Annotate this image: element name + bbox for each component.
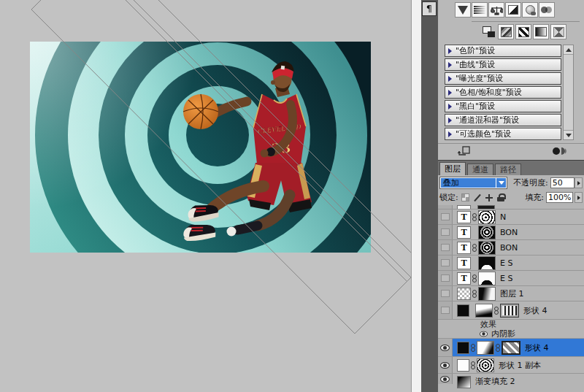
layer-name[interactable]: 渐变填充 2 — [475, 376, 515, 387]
preset-scrollbar[interactable] — [563, 45, 574, 140]
lock-position-icon[interactable] — [485, 193, 493, 202]
opacity-field[interactable]: 50 — [550, 177, 575, 188]
text-layer-thumbnail[interactable]: T — [457, 211, 471, 223]
posterize-icon[interactable] — [498, 24, 514, 39]
expand-triangle-icon[interactable] — [448, 118, 452, 123]
layer-row-text-es-1[interactable]: T E S — [438, 255, 584, 271]
color-balance-icon[interactable] — [488, 2, 504, 18]
layer-mask-thumbnail[interactable] — [478, 256, 496, 270]
inner-shadow-effect-row[interactable]: 内阴影 — [438, 329, 584, 339]
layer-row-text-bon-2[interactable]: T BON — [438, 240, 584, 255]
layer-row-layer-1[interactable]: 图层 1 — [438, 286, 584, 301]
lock-transparency-icon[interactable] — [461, 193, 469, 201]
layer-mask-thumbnail[interactable] — [477, 341, 494, 355]
scroll-down-button[interactable] — [564, 130, 573, 139]
visibility-checkbox-empty[interactable] — [441, 290, 450, 297]
text-layer-thumbnail[interactable]: T — [457, 272, 471, 285]
visibility-cell[interactable] — [438, 225, 453, 239]
layer-name[interactable]: N — [500, 212, 506, 222]
levels-icon[interactable] — [472, 2, 488, 18]
preset-exposure[interactable]: "曝光度"预设 — [445, 72, 561, 85]
vector-mask-thumbnail-selected[interactable] — [502, 341, 520, 355]
layer-mask-thumbnail[interactable] — [478, 272, 496, 285]
visibility-eye-icon[interactable] — [440, 362, 450, 369]
scroll-up-button[interactable] — [564, 45, 573, 55]
visibility-cell[interactable] — [438, 357, 453, 373]
layer-name[interactable]: BON — [500, 243, 518, 253]
blend-mode-dropdown-button[interactable] — [496, 178, 506, 188]
opacity-spinner-button[interactable] — [575, 177, 583, 188]
layer-row-shape-1-copy[interactable]: 形状 1 副本 — [438, 357, 584, 374]
layer-mask-thumbnail[interactable] — [475, 304, 493, 318]
visibility-checkbox-empty[interactable] — [441, 244, 450, 251]
layer-row-shape-4-hidden[interactable]: 形状 4 — [438, 301, 584, 320]
blend-mode-select[interactable]: 叠加 — [439, 177, 507, 189]
channel-mixer-icon[interactable] — [539, 2, 555, 18]
layer-name[interactable]: E S — [500, 258, 512, 268]
lock-pixels-icon[interactable] — [473, 193, 481, 202]
layer-row-text-n[interactable]: T N — [438, 210, 584, 225]
visibility-cell[interactable] — [438, 339, 453, 356]
switch-panel-view-button[interactable] — [552, 146, 568, 158]
visibility-checkbox-empty[interactable] — [441, 274, 450, 282]
visibility-checkbox-empty[interactable] — [441, 307, 450, 314]
expand-triangle-icon[interactable] — [448, 62, 452, 68]
tab-layers[interactable]: 图层 — [439, 162, 466, 175]
visibility-checkbox-empty[interactable] — [441, 213, 450, 220]
layer-thumbnail[interactable] — [457, 304, 469, 317]
layer-row-text-bon-1[interactable]: T BON — [438, 225, 584, 240]
layer-name[interactable]: 形状 1 副本 — [499, 360, 541, 371]
visibility-checkbox-empty[interactable] — [441, 259, 450, 266]
return-to-adjustment-list-button[interactable] — [457, 146, 471, 158]
expand-triangle-icon[interactable] — [448, 90, 452, 96]
text-layer-thumbnail[interactable]: T — [457, 226, 471, 239]
layer-row-gradient-fill-2[interactable]: 渐变填充 2 — [438, 374, 584, 384]
layer-thumbnail[interactable] — [457, 288, 471, 300]
tab-paths[interactable]: 路径 — [495, 164, 521, 175]
visibility-checkbox-empty[interactable] — [441, 228, 450, 236]
vibrance-icon[interactable] — [455, 2, 471, 18]
tab-channels[interactable]: 通道 — [467, 164, 493, 175]
expand-triangle-icon[interactable] — [448, 131, 452, 137]
expand-triangle-icon[interactable] — [448, 48, 452, 54]
expand-triangle-icon[interactable] — [448, 76, 452, 82]
threshold-icon[interactable] — [515, 24, 531, 39]
preset-curves[interactable]: "曲线"预设 — [445, 58, 561, 71]
layer-row-text-es-2[interactable]: T E S — [438, 271, 584, 286]
layer-name[interactable]: 图层 1 — [500, 288, 524, 299]
visibility-cell[interactable] — [438, 271, 453, 285]
layer-thumbnail[interactable] — [457, 359, 469, 372]
visibility-cell[interactable] — [438, 205, 453, 209]
visibility-cell[interactable] — [438, 301, 453, 319]
text-layer-thumbnail[interactable]: T — [457, 242, 471, 254]
paragraph-panel-tab[interactable]: ¶ — [422, 1, 437, 16]
visibility-cell[interactable] — [438, 240, 453, 255]
layer-row-shape-4-selected[interactable]: 形状 4 — [438, 339, 584, 357]
black-white-icon[interactable] — [505, 2, 521, 18]
vector-mask-thumbnail[interactable] — [477, 358, 494, 372]
invert-icon[interactable] — [480, 24, 496, 39]
document-canvas[interactable]: CLEVELAND 23 — [0, 0, 411, 392]
visibility-cell[interactable] — [438, 374, 453, 384]
visibility-eye-icon[interactable] — [440, 345, 450, 351]
preset-channel-mixer[interactable]: "通道混和器"预设 — [445, 114, 561, 126]
layer-mask-thumbnail[interactable] — [478, 210, 496, 224]
preset-levels[interactable]: "色阶"预设 — [445, 45, 561, 57]
text-layer-thumbnail[interactable]: T — [457, 257, 471, 269]
layer-name[interactable]: 形状 4 — [525, 342, 549, 353]
expand-triangle-icon[interactable] — [448, 104, 452, 109]
layer-name[interactable]: E S — [500, 274, 512, 283]
layer-thumbnail[interactable] — [457, 342, 469, 354]
visibility-eye-icon[interactable] — [440, 376, 450, 383]
layer-name[interactable]: 形状 4 — [523, 305, 548, 316]
photo-filter-icon[interactable] — [522, 2, 538, 18]
layer-mask-thumbnail[interactable] — [478, 287, 496, 301]
visibility-cell[interactable] — [438, 286, 453, 301]
vector-mask-thumbnail[interactable] — [500, 304, 519, 318]
effect-visibility-eye-icon[interactable] — [480, 331, 488, 337]
fill-spinner-button[interactable] — [575, 192, 583, 203]
visibility-cell[interactable] — [438, 255, 453, 270]
preset-hue-saturation[interactable]: "色相/饱和度"预设 — [445, 86, 561, 99]
visibility-cell[interactable] — [438, 210, 453, 224]
gradient-map-icon[interactable] — [533, 24, 549, 39]
